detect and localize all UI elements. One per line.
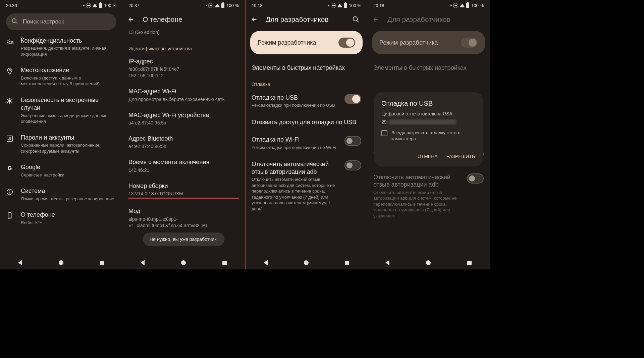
battery-icon: [99, 3, 102, 8]
dot-icon: [206, 5, 207, 6]
nav-home-button[interactable]: [304, 260, 309, 265]
nav-home-button[interactable]: [181, 260, 186, 265]
battery-percent: 100 %: [471, 3, 484, 8]
nav-home-button[interactable]: [59, 260, 63, 265]
section-debugging: Отладка: [252, 77, 361, 89]
status-bar: 20:37 100 %: [122, 0, 245, 11]
status-bar: 19:18 100 %: [246, 0, 367, 11]
checkbox-icon[interactable]: [381, 130, 387, 136]
wifi-icon: [337, 4, 342, 7]
battery-percent: 100 %: [226, 3, 239, 8]
cancel-button[interactable]: ОТМЕНА: [417, 150, 438, 162]
item-wifi-debugging[interactable]: Отладка по Wi-FiРежим отладки при подклю…: [252, 131, 361, 155]
svg-point-0: [12, 19, 16, 23]
nav-recent-button[interactable]: [100, 261, 104, 265]
settings-item-privacy[interactable]: КонфиденциальностьРазрешения, действия в…: [0, 32, 122, 62]
info-ip-address[interactable]: IP-адрес fe80::d87f:87ff:fe5f:84e7 192.1…: [128, 53, 239, 83]
back-button[interactable]: [124, 12, 139, 27]
usb-debugging-toggle[interactable]: [344, 94, 361, 104]
info-icon: [6, 188, 13, 196]
status-bar: 20:18 100 %: [367, 0, 490, 11]
search-input[interactable]: Поиск настроек: [6, 13, 116, 30]
screen-usb-debug-dialog: 20:18 100 % Для разработчиков Режим разр…: [367, 0, 490, 269]
dnd-icon: [86, 3, 91, 8]
wifi-debugging-toggle[interactable]: [344, 136, 361, 146]
battery-icon: [221, 3, 224, 8]
info-mod[interactable]: Мод alps-mp-t0.mp1.tc8sp1-V1_xiaomi.t0mp…: [128, 203, 239, 233]
dialog-body: Цифровой отпечаток ключа RSA:: [381, 111, 476, 117]
info-uptime[interactable]: Время с момента включения 142:46:21: [128, 154, 239, 177]
svg-point-12: [353, 17, 358, 21]
developer-mode-toggle[interactable]: [338, 38, 355, 48]
usb-debug-dialog: Отладка по USB Цифровой отпечаток ключа …: [374, 92, 483, 166]
page-title: Для разработчиков: [387, 15, 450, 23]
item-revoke-usb[interactable]: Отозвать доступ для отладки по USB: [252, 113, 361, 131]
status-bar: 20:36 100 %: [0, 0, 122, 11]
svg-point-9: [9, 191, 10, 191]
settings-item-passwords[interactable]: Пароли и аккаунтыСохраненные пароли, авт…: [0, 129, 122, 159]
nav-back-button[interactable]: [385, 260, 389, 265]
status-time: 20:36: [6, 3, 17, 8]
nav-recent-button[interactable]: [345, 261, 349, 265]
screen-developer-options: 19:18 100 % Для разработчиков Режим разр…: [245, 0, 367, 269]
eye-lock-icon: [6, 38, 13, 45]
status-time: 20:18: [373, 3, 384, 8]
settings-item-location[interactable]: МестоположениеВключено (доступ к данным …: [0, 62, 122, 91]
toast-message: Не нужно, вы уже разработчик.: [143, 233, 224, 246]
back-button: [369, 12, 383, 27]
dnd-icon: [453, 3, 458, 8]
dnd-icon: [208, 3, 213, 8]
allow-button[interactable]: РАЗРЕШИТЬ: [446, 150, 476, 162]
svg-line-13: [357, 20, 359, 22]
nav-back-button[interactable]: [264, 260, 268, 265]
dialog-title: Отладка по USB: [381, 100, 476, 107]
adb-revoke-toggle: [467, 173, 484, 184]
settings-item-safety[interactable]: Безопасность и экстренные случаиЭкстренн…: [0, 92, 122, 129]
settings-item-google[interactable]: G GoogleСервисы и настройки: [0, 159, 122, 183]
asterisk-icon: [6, 97, 13, 105]
developer-mode-toggle-card: Режим разработчика: [372, 31, 485, 54]
nav-recent-button[interactable]: [467, 261, 472, 265]
item-adb-auth-revoke[interactable]: Отключить автоматиче­ский отзыв авториза…: [252, 155, 361, 217]
svg-point-5: [9, 137, 11, 139]
navigation-bar: [0, 256, 122, 269]
dnd-icon: [331, 3, 336, 8]
screen-settings-main: 20:36 100 % Поиск настроек Конфиденциаль…: [0, 0, 122, 269]
page-title: О телефоне: [143, 15, 182, 23]
item-quick-settings[interactable]: Элементы в быстрых настройках: [252, 59, 361, 77]
battery-percent: 100 %: [104, 3, 116, 8]
info-mac-device[interactable]: MAC-адрес Wi-Fi устройства a4:e2:87:40:9…: [128, 107, 239, 131]
info-mac-wifi[interactable]: MAC-адрес Wi-Fi Для просмотра выберите с…: [128, 83, 239, 107]
search-placeholder: Поиск настроек: [23, 18, 64, 25]
adb-revoke-toggle[interactable]: [344, 160, 361, 170]
settings-item-about[interactable]: О телефонеRedmi A2+: [0, 206, 122, 230]
search-button[interactable]: [348, 12, 363, 27]
nav-back-button[interactable]: [18, 260, 22, 265]
dialog-fingerprint: 29:: [381, 119, 476, 125]
nav-recent-button[interactable]: [222, 261, 227, 265]
dot-icon: [450, 5, 452, 6]
status-time: 20:37: [128, 3, 140, 8]
info-bluetooth[interactable]: Адрес Bluetooth a4:e2:87:40:96:5b: [128, 131, 239, 154]
info-android-version[interactable]: 13 (Go edition): [128, 29, 239, 40]
search-icon: [11, 18, 18, 26]
dot-icon: [328, 5, 329, 6]
google-icon: G: [6, 164, 13, 172]
svg-point-3: [9, 69, 11, 71]
svg-text:G: G: [8, 165, 12, 171]
wifi-icon: [460, 4, 465, 7]
back-button[interactable]: [247, 12, 262, 27]
always-allow-checkbox-row[interactable]: Всегда разрешать отладку с этого компьют…: [381, 130, 476, 142]
nav-home-button[interactable]: [426, 260, 431, 265]
settings-item-system[interactable]: СистемаЯзыки, время, жесты, резервное ко…: [0, 183, 122, 206]
item-adb-auth-revoke: Отключить автоматиче­ский отзыв авториза…: [373, 168, 484, 224]
wifi-icon: [92, 4, 98, 7]
developer-mode-toggle-card[interactable]: Режим разработчика: [250, 31, 363, 54]
section-device-ids: Идентификаторы устройства: [128, 40, 239, 53]
dot-icon: [83, 5, 85, 6]
nav-back-button[interactable]: [141, 260, 145, 265]
info-build-number[interactable]: Номер сборки 13 V14.0.13.0.TGORUXM: [128, 178, 239, 203]
battery-percent: 100 %: [349, 3, 361, 8]
battery-icon: [344, 3, 347, 8]
item-usb-debugging[interactable]: Отладка по USBРежим отладки при подключе…: [252, 89, 361, 113]
